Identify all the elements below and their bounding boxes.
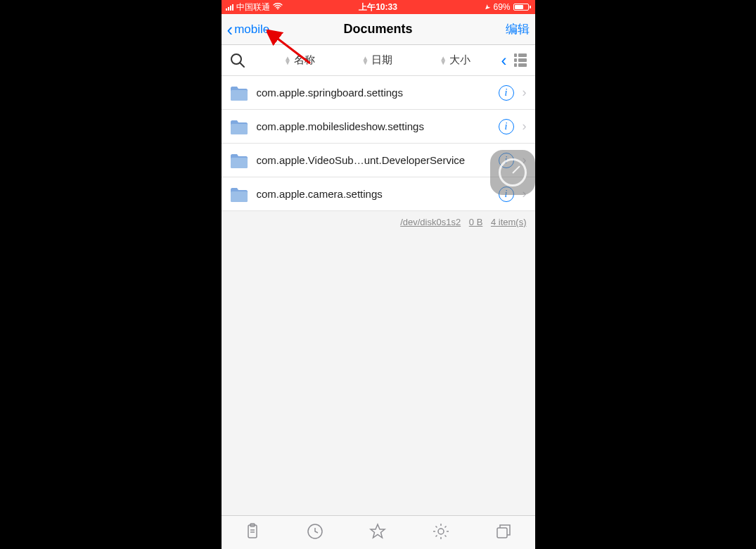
file-name: com.apple.camera.settings: [257, 188, 490, 200]
edit-button[interactable]: 编辑: [506, 21, 530, 37]
sort-date-label: 日期: [371, 53, 392, 67]
status-bar: 中国联通 上午10:33 69%: [222, 0, 535, 14]
chevron-right-icon: ›: [523, 119, 527, 134]
svg-rect-13: [497, 528, 507, 538]
search-icon: [230, 53, 245, 68]
svg-rect-4: [231, 124, 248, 134]
history-back-button[interactable]: ‹: [501, 51, 507, 70]
summary-bar: /dev/disk0s1s2 0 B 4 item(s): [222, 211, 535, 233]
file-name: com.apple.springboard.settings: [257, 87, 490, 99]
sort-arrows-icon: ▲▼: [440, 56, 447, 65]
info-button[interactable]: i: [499, 119, 514, 134]
file-name: com.apple.mobileslideshow.settings: [257, 120, 490, 132]
total-size[interactable]: 0 B: [469, 217, 483, 227]
battery-icon: [513, 4, 531, 11]
file-row[interactable]: com.apple.springboard.settings i ›: [222, 76, 535, 110]
file-name: com.apple.VideoSub…unt.DeveloperService: [257, 154, 490, 166]
tab-recent[interactable]: [306, 522, 324, 543]
tab-settings[interactable]: [432, 522, 450, 543]
sort-by-size[interactable]: ▲▼ 大小: [440, 53, 470, 67]
tab-clipboard[interactable]: [243, 522, 262, 543]
file-list: com.apple.springboard.settings i › com.a…: [222, 76, 535, 211]
page-title: Documents: [343, 22, 412, 37]
battery-percent: 69%: [493, 2, 510, 12]
clipboard-icon: [243, 522, 262, 541]
folder-icon: [230, 85, 248, 101]
disk-path[interactable]: /dev/disk0s1s2: [400, 217, 461, 227]
svg-rect-3: [231, 90, 248, 101]
info-button[interactable]: i: [499, 85, 514, 101]
clock-icon: [306, 522, 324, 541]
svg-point-12: [438, 529, 444, 534]
back-label: mobile: [234, 23, 269, 37]
chevron-left-icon: ‹: [227, 20, 233, 39]
status-left: 中国联通: [226, 1, 283, 13]
svg-line-2: [240, 63, 244, 67]
sort-toolbar: ▲▼ 名称 ▲▼ 日期 ▲▼ 大小 ‹: [222, 45, 535, 76]
windows-icon: [494, 522, 513, 541]
clock-dial-icon: [499, 158, 527, 187]
phone-screen: 中国联通 上午10:33 69% ‹ mobile Documents 编辑: [222, 0, 535, 549]
sort-arrows-icon: ▲▼: [284, 56, 291, 65]
location-icon: [485, 2, 490, 12]
svg-point-0: [277, 8, 278, 10]
nav-bar: ‹ mobile Documents 编辑: [222, 14, 535, 45]
tab-windows[interactable]: [494, 522, 513, 543]
sort-name-label: 名称: [294, 53, 315, 67]
file-row[interactable]: com.apple.camera.settings i ›: [222, 177, 535, 211]
sort-options: ▲▼ 名称 ▲▼ 日期 ▲▼ 大小: [254, 53, 501, 67]
sort-size-label: 大小: [449, 53, 470, 67]
sort-arrows-icon: ▲▼: [362, 56, 369, 65]
svg-rect-6: [231, 191, 248, 202]
sort-by-name[interactable]: ▲▼ 名称: [284, 53, 315, 67]
view-controls: ‹: [501, 51, 535, 70]
signal-icon: [226, 4, 233, 11]
floating-widget[interactable]: [490, 150, 535, 195]
back-button[interactable]: ‹ mobile: [227, 20, 270, 39]
folder-icon: [230, 119, 248, 134]
gear-icon: [432, 522, 450, 541]
status-right: 69%: [485, 2, 530, 12]
star-icon: [369, 522, 387, 541]
view-mode-button[interactable]: [514, 53, 527, 67]
chevron-right-icon: ›: [523, 85, 527, 100]
search-button[interactable]: [222, 53, 254, 68]
svg-rect-5: [231, 158, 248, 168]
folder-icon: [230, 187, 248, 202]
wifi-icon: [273, 2, 283, 12]
file-row[interactable]: com.apple.VideoSub…unt.DeveloperService …: [222, 144, 535, 177]
tab-bar: [222, 515, 535, 549]
folder-icon: [230, 153, 248, 168]
empty-area: [222, 233, 535, 515]
tab-favorites[interactable]: [369, 522, 387, 543]
sort-by-date[interactable]: ▲▼ 日期: [362, 53, 393, 67]
file-row[interactable]: com.apple.mobileslideshow.settings i ›: [222, 110, 535, 144]
status-time: 上午10:33: [359, 1, 397, 13]
item-count[interactable]: 4 item(s): [491, 217, 527, 227]
carrier-label: 中国联通: [236, 1, 270, 13]
